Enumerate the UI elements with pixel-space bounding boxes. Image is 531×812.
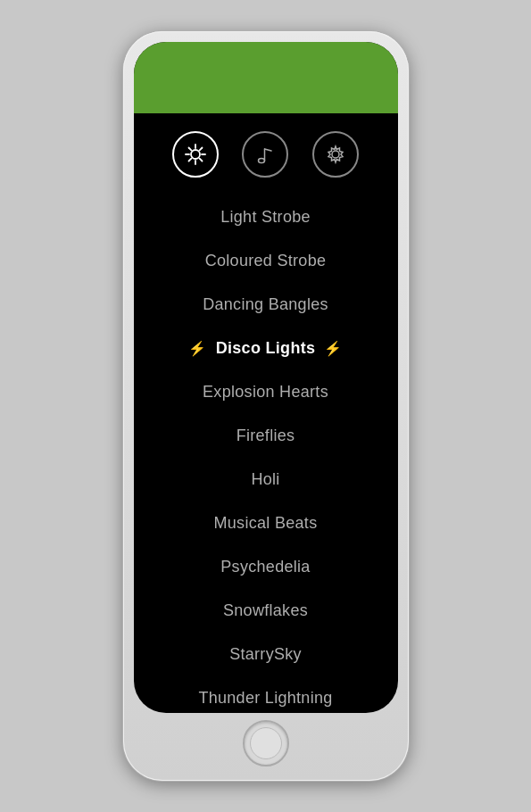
- menu-item-disco-lights[interactable]: ⚡Disco Lights⚡: [134, 327, 398, 370]
- menu-item-light-strobe[interactable]: Light Strobe: [134, 195, 398, 239]
- svg-point-0: [191, 150, 200, 159]
- svg-line-8: [188, 159, 191, 162]
- menu-item-thunder-lightning[interactable]: Thunder Lightning: [134, 676, 398, 713]
- lights-nav-button[interactable]: [172, 131, 219, 178]
- svg-line-7: [200, 148, 203, 151]
- effects-menu: Light StrobeColoured StrobeDancing Bangl…: [134, 186, 398, 713]
- music-nav-button[interactable]: [242, 131, 288, 178]
- menu-item-dancing-bangles[interactable]: Dancing Bangles: [134, 283, 398, 327]
- svg-point-12: [332, 151, 339, 158]
- phone-frame: Light StrobeColoured StrobeDancing Bangl…: [123, 31, 409, 781]
- phone-screen: Light StrobeColoured StrobeDancing Bangl…: [134, 42, 398, 713]
- svg-point-9: [259, 159, 265, 163]
- menu-item-snowflakes[interactable]: Snowflakes: [134, 589, 398, 633]
- home-button[interactable]: [243, 720, 289, 766]
- svg-line-5: [188, 148, 191, 151]
- menu-item-starrysky[interactable]: StarrySky: [134, 633, 398, 676]
- settings-nav-button[interactable]: [312, 131, 359, 178]
- menu-item-explosion-hearts[interactable]: Explosion Hearts: [134, 370, 398, 414]
- lightning-left-icon: ⚡: [188, 340, 206, 357]
- home-button-inner: [250, 727, 282, 759]
- menu-item-coloured-strobe[interactable]: Coloured Strobe: [134, 239, 398, 283]
- svg-line-6: [200, 159, 203, 162]
- app-header: [134, 42, 398, 113]
- svg-line-11: [265, 149, 272, 151]
- menu-item-fireflies[interactable]: Fireflies: [134, 414, 398, 458]
- menu-item-musical-beats[interactable]: Musical Beats: [134, 501, 398, 545]
- menu-item-psychedelia[interactable]: Psychedelia: [134, 545, 398, 589]
- nav-bar: [134, 113, 398, 186]
- menu-item-holi[interactable]: Holi: [134, 458, 398, 501]
- lightning-right-icon: ⚡: [324, 340, 342, 357]
